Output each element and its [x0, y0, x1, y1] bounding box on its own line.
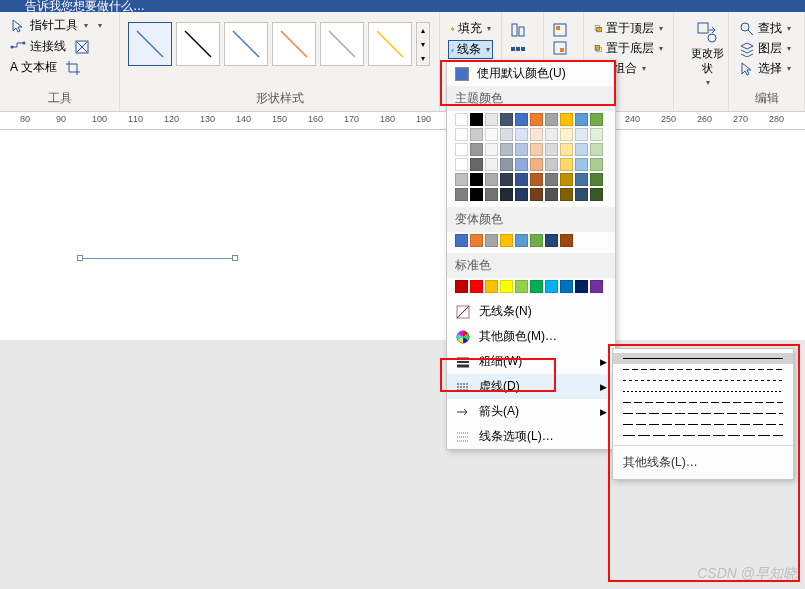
color-swatch[interactable]: [545, 234, 558, 247]
color-swatch[interactable]: [500, 173, 513, 186]
color-swatch[interactable]: [545, 143, 558, 156]
color-swatch[interactable]: [575, 128, 588, 141]
color-swatch[interactable]: [470, 128, 483, 141]
pointer-split[interactable]: ▾: [98, 21, 102, 30]
dash-option[interactable]: [613, 375, 793, 386]
gallery-more[interactable]: ▴▾▾: [416, 22, 430, 66]
no-line[interactable]: 无线条(N): [447, 299, 615, 324]
selected-line-shape[interactable]: [80, 258, 235, 259]
color-swatch[interactable]: [455, 128, 468, 141]
pos1-icon[interactable]: [552, 22, 568, 38]
color-swatch[interactable]: [575, 158, 588, 171]
style-thumb[interactable]: [320, 22, 364, 66]
color-swatch[interactable]: [560, 158, 573, 171]
color-swatch[interactable]: [545, 128, 558, 141]
canvas[interactable]: [0, 130, 805, 340]
color-swatch[interactable]: [500, 143, 513, 156]
color-swatch[interactable]: [545, 173, 558, 186]
color-swatch[interactable]: [500, 188, 513, 201]
color-swatch[interactable]: [455, 143, 468, 156]
connector-tool[interactable]: 连接线: [8, 37, 68, 56]
bring-front[interactable]: 置于顶层▾: [592, 20, 665, 37]
dash-option[interactable]: [613, 408, 793, 419]
fill-button[interactable]: 填充▾: [448, 20, 493, 37]
style-thumb[interactable]: [368, 22, 412, 66]
color-swatch[interactable]: [515, 113, 528, 126]
color-swatch[interactable]: [590, 158, 603, 171]
more-colors[interactable]: 其他颜色(M)…: [447, 324, 615, 349]
line-options[interactable]: 线条选项(L)…: [447, 424, 615, 449]
color-swatch[interactable]: [545, 188, 558, 201]
color-swatch[interactable]: [455, 280, 468, 293]
color-swatch[interactable]: [455, 158, 468, 171]
color-swatch[interactable]: [455, 188, 468, 201]
distribute-icon[interactable]: [510, 41, 526, 57]
color-swatch[interactable]: [560, 173, 573, 186]
color-swatch[interactable]: [590, 280, 603, 293]
color-swatch[interactable]: [470, 280, 483, 293]
color-swatch[interactable]: [530, 280, 543, 293]
color-swatch[interactable]: [470, 158, 483, 171]
color-swatch[interactable]: [500, 113, 513, 126]
color-swatch[interactable]: [515, 158, 528, 171]
color-swatch[interactable]: [470, 234, 483, 247]
color-swatch[interactable]: [545, 113, 558, 126]
color-swatch[interactable]: [560, 128, 573, 141]
color-swatch[interactable]: [515, 128, 528, 141]
style-thumb[interactable]: [224, 22, 268, 66]
pos2-icon[interactable]: [552, 40, 568, 56]
color-swatch[interactable]: [500, 158, 513, 171]
line-handle-end[interactable]: [232, 255, 238, 261]
line-button[interactable]: 线条▾: [448, 40, 493, 59]
color-swatch[interactable]: [470, 188, 483, 201]
color-swatch[interactable]: [515, 234, 528, 247]
dash-option[interactable]: [613, 419, 793, 430]
color-swatch[interactable]: [515, 173, 528, 186]
x-tool-icon[interactable]: [74, 39, 90, 55]
color-swatch[interactable]: [455, 113, 468, 126]
color-swatch[interactable]: [560, 113, 573, 126]
color-swatch[interactable]: [560, 234, 573, 247]
color-swatch[interactable]: [515, 188, 528, 201]
arrow-item[interactable]: 箭头(A) ▶: [447, 399, 615, 424]
color-swatch[interactable]: [575, 173, 588, 186]
color-swatch[interactable]: [560, 143, 573, 156]
dash-more[interactable]: 其他线条(L)…: [613, 450, 793, 475]
pointer-tool[interactable]: 指针工具▾: [8, 16, 90, 35]
style-thumb[interactable]: [176, 22, 220, 66]
color-swatch[interactable]: [590, 188, 603, 201]
color-swatch[interactable]: [485, 143, 498, 156]
color-swatch[interactable]: [575, 143, 588, 156]
find-btn[interactable]: 查找▾: [737, 20, 796, 37]
dash-option[interactable]: [613, 397, 793, 408]
color-swatch[interactable]: [515, 280, 528, 293]
color-swatch[interactable]: [485, 280, 498, 293]
style-thumb[interactable]: [272, 22, 316, 66]
color-swatch[interactable]: [515, 143, 528, 156]
dash-option[interactable]: [613, 430, 793, 441]
layer-btn[interactable]: 图层▾: [737, 40, 796, 57]
style-thumb[interactable]: [128, 22, 172, 66]
color-swatch[interactable]: [590, 173, 603, 186]
color-swatch[interactable]: [500, 234, 513, 247]
textbox-tool[interactable]: A 文本框: [8, 58, 59, 77]
weight-item[interactable]: 粗细(W) ▶: [447, 349, 615, 374]
color-swatch[interactable]: [575, 188, 588, 201]
crop-icon[interactable]: [65, 60, 81, 76]
color-swatch[interactable]: [470, 173, 483, 186]
color-swatch[interactable]: [470, 143, 483, 156]
color-swatch[interactable]: [500, 128, 513, 141]
color-swatch[interactable]: [530, 234, 543, 247]
color-swatch[interactable]: [545, 158, 558, 171]
color-swatch[interactable]: [485, 188, 498, 201]
color-swatch[interactable]: [455, 234, 468, 247]
use-default-color[interactable]: 使用默认颜色(U): [447, 61, 615, 86]
color-swatch[interactable]: [485, 173, 498, 186]
align-icon[interactable]: [510, 22, 526, 38]
color-swatch[interactable]: [530, 158, 543, 171]
color-swatch[interactable]: [530, 188, 543, 201]
color-swatch[interactable]: [470, 113, 483, 126]
color-swatch[interactable]: [530, 143, 543, 156]
dash-item[interactable]: 虚线(D) ▶: [447, 374, 615, 399]
color-swatch[interactable]: [590, 143, 603, 156]
